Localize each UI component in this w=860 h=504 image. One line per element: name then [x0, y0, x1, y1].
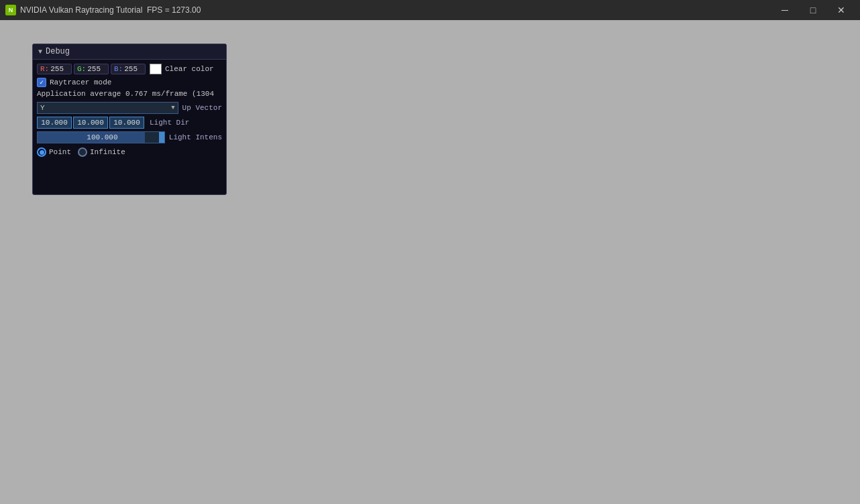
light-dir-z[interactable]: 10.000 — [109, 117, 144, 129]
clear-color-label: Clear color — [165, 65, 214, 73]
app-icon: N — [5, 5, 16, 15]
g-value: 255 — [87, 65, 101, 73]
g-label: G: — [77, 65, 86, 73]
debug-panel-body: R: 255 G: 255 B: 255 Clear color ✓ Raytr… — [33, 60, 226, 194]
light-dir-y[interactable]: 10.000 — [73, 117, 108, 129]
light-type-radio-group: Point Infinite — [37, 147, 222, 157]
b-label: B: — [114, 65, 123, 73]
light-intensity-value: 100.000 — [38, 133, 164, 141]
app-average-text: Application average 0.767 ms/frame (1304 — [37, 90, 222, 98]
window-title: NVIDIA Vulkan Raytracing Tutorial FPS = … — [20, 5, 771, 15]
title-bar: N NVIDIA Vulkan Raytracing Tutorial FPS … — [0, 0, 860, 20]
debug-panel-title: Debug — [46, 47, 70, 56]
radio-point-dot — [37, 147, 46, 157]
panel-bottom-spacer — [37, 157, 222, 190]
raytracer-mode-row: ✓ Raytracer mode — [37, 78, 222, 87]
light-intensity-slider[interactable]: 100.000 — [37, 131, 165, 143]
color-row: R: 255 G: 255 B: 255 Clear color — [37, 64, 222, 74]
up-vector-select[interactable]: Y ▼ — [37, 102, 178, 114]
radio-point[interactable]: Point — [37, 147, 71, 157]
main-area: ▼ Debug R: 255 G: 255 B: 255 Cle — [0, 20, 860, 504]
debug-panel: ▼ Debug R: 255 G: 255 B: 255 Cle — [32, 44, 227, 195]
light-dir-x[interactable]: 10.000 — [37, 117, 72, 129]
radio-infinite[interactable]: Infinite — [78, 147, 125, 157]
radio-infinite-dot — [78, 147, 87, 157]
up-vector-value: Y — [40, 104, 45, 112]
close-button[interactable]: ✕ — [828, 0, 855, 20]
r-value: 255 — [50, 65, 64, 73]
color-g-field[interactable]: G: 255 — [74, 64, 109, 74]
raytracer-label: Raytracer mode — [50, 78, 111, 86]
r-label: R: — [40, 65, 49, 73]
radio-point-label: Point — [49, 148, 71, 156]
color-swatch[interactable] — [150, 64, 162, 74]
radio-infinite-label: Infinite — [90, 148, 125, 156]
collapse-icon: ▼ — [38, 48, 42, 56]
minimize-button[interactable]: ─ — [771, 0, 798, 20]
up-vector-arrow-icon: ▼ — [171, 105, 174, 111]
b-value: 255 — [124, 65, 138, 73]
maximize-button[interactable]: □ — [800, 0, 826, 20]
light-dir-row: 10.000 10.000 10.000 Light Dir — [37, 117, 222, 129]
light-intensity-row: 100.000 Light Intens — [37, 131, 222, 143]
light-intensity-label: Light Intens — [169, 133, 222, 141]
up-vector-label: Up Vector — [182, 104, 222, 112]
light-dir-label: Light Dir — [150, 119, 189, 127]
window-controls: ─ □ ✕ — [771, 0, 855, 20]
up-vector-row: Y ▼ Up Vector — [37, 102, 222, 114]
debug-panel-header[interactable]: ▼ Debug — [33, 44, 226, 60]
raytracer-checkbox[interactable]: ✓ — [37, 78, 46, 87]
color-r-field[interactable]: R: 255 — [37, 64, 72, 74]
color-b-field[interactable]: B: 255 — [111, 64, 146, 74]
